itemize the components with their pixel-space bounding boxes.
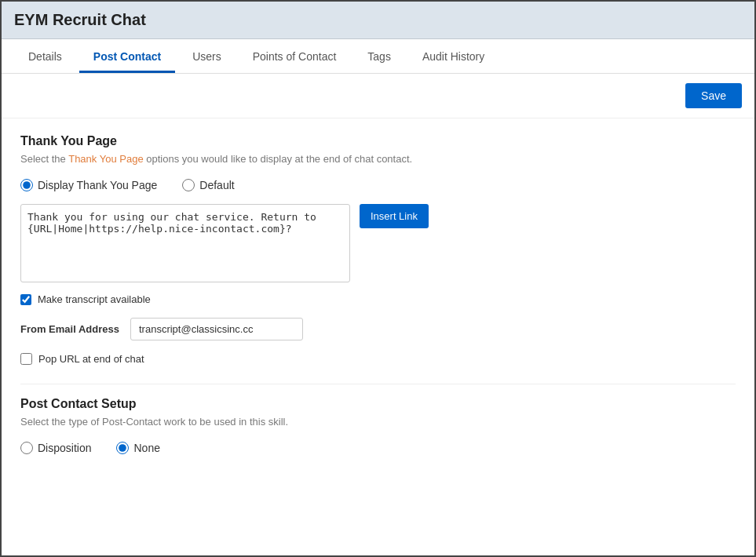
tab-post-contact[interactable]: Post Contact <box>79 39 175 73</box>
radio-none-input[interactable] <box>116 442 129 454</box>
content-area: Save Thank You Page Select the Thank You… <box>2 74 754 555</box>
tab-details[interactable]: Details <box>14 39 76 73</box>
thank-you-textarea[interactable]: Thank you for using our chat service. Re… <box>20 204 350 282</box>
section-divider <box>20 384 736 384</box>
radio-disposition-input[interactable] <box>20 442 33 454</box>
make-transcript-checkbox[interactable] <box>20 294 31 305</box>
textarea-row: Thank you for using our chat service. Re… <box>20 204 736 282</box>
tab-points-of-contact[interactable]: Points of Contact <box>239 39 351 73</box>
display-radio-group: Display Thank You Page Default <box>20 179 736 191</box>
toolbar: Save <box>2 74 754 118</box>
pop-url-checkbox[interactable] <box>20 353 32 365</box>
post-contact-desc: Select the type of Post-Contact work to … <box>20 416 736 428</box>
radio-disposition[interactable]: Disposition <box>20 442 91 454</box>
make-transcript-label: Make transcript available <box>38 293 151 305</box>
pop-url-row: Pop URL at end of chat <box>20 353 736 365</box>
pop-url-label: Pop URL at end of chat <box>38 353 144 365</box>
tab-users[interactable]: Users <box>178 39 236 73</box>
post-contact-title: Post Contact Setup <box>20 397 736 411</box>
insert-link-button[interactable]: Insert Link <box>360 204 429 228</box>
make-transcript-row: Make transcript available <box>20 293 736 305</box>
from-email-row: From Email Address <box>20 318 736 340</box>
post-contact-radio-group: Disposition None <box>20 442 736 454</box>
app-title: EYM Recruit Chat <box>14 11 146 28</box>
from-email-input[interactable] <box>130 318 303 340</box>
from-email-label: From Email Address <box>20 323 130 335</box>
radio-default-input[interactable] <box>182 179 195 191</box>
app-window: EYM Recruit Chat Details Post Contact Us… <box>0 0 756 557</box>
thank-you-page-link-text: Thank You Page <box>68 153 143 165</box>
thank-you-page-section: Thank You Page Select the Thank You Page… <box>20 134 736 365</box>
tab-bar: Details Post Contact Users Points of Con… <box>2 39 754 74</box>
radio-none[interactable]: None <box>116 442 159 454</box>
thank-you-page-desc: Select the Thank You Page options you wo… <box>20 153 736 165</box>
radio-display-thank-you[interactable]: Display Thank You Page <box>20 179 157 191</box>
tab-tags[interactable]: Tags <box>353 39 405 73</box>
save-button[interactable]: Save <box>685 83 742 108</box>
thank-you-page-title: Thank You Page <box>20 134 736 148</box>
radio-default[interactable]: Default <box>182 179 234 191</box>
post-contact-setup-section: Post Contact Setup Select the type of Po… <box>20 397 736 454</box>
title-bar: EYM Recruit Chat <box>2 2 754 39</box>
tab-audit-history[interactable]: Audit History <box>408 39 499 73</box>
radio-display-input[interactable] <box>20 179 33 191</box>
main-content: Thank You Page Select the Thank You Page… <box>2 118 754 482</box>
